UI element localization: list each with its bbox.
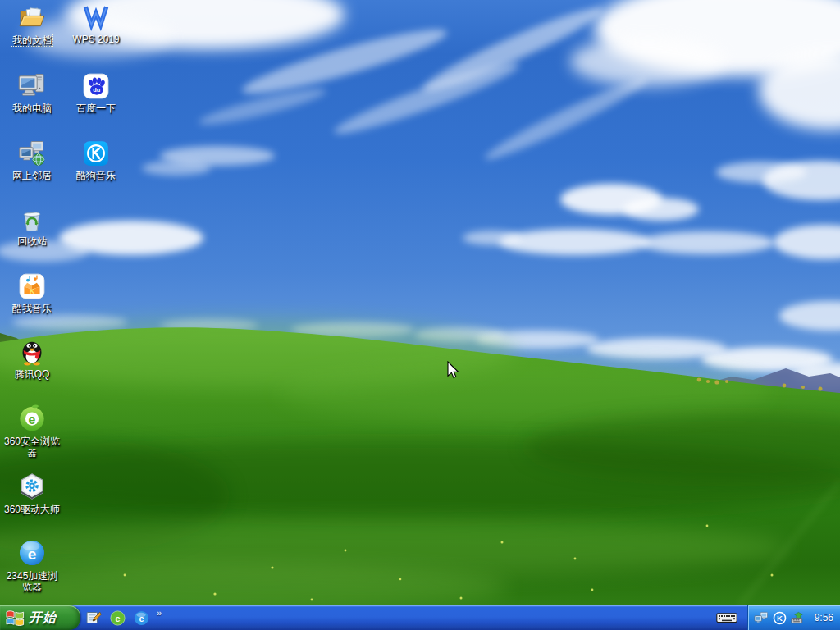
blue-globe-e-icon: e — [0, 536, 64, 568]
svg-text:e: e — [139, 613, 144, 623]
kugou-tray-icon[interactable]: K — [772, 610, 787, 625]
svg-text:K: K — [777, 614, 783, 623]
desktop-icon-2345-browser[interactable]: e 2345加速浏览器 — [0, 536, 64, 594]
icon-label: 酷狗音乐 — [75, 170, 117, 181]
system-tray: K 9:56 — [747, 605, 840, 630]
kuwo-music-box-icon: K — [0, 269, 64, 300]
windows-flag-icon — [6, 609, 25, 627]
desktop-icon-baidu[interactable]: du 百度一下 — [64, 69, 128, 115]
network-computers-globe-icon — [0, 136, 64, 167]
desktop-icon-my-computer[interactable]: 我的电脑 — [0, 69, 64, 115]
icon-label: 360驱动大师 — [2, 504, 62, 515]
desktop-icon-360-driver[interactable]: 360驱动大师 — [0, 470, 64, 516]
2345-browser-quicklaunch-icon[interactable]: e — [133, 609, 149, 626]
start-button[interactable]: 开始 — [0, 605, 80, 630]
desktop-icon-tencent-qq[interactable]: 腾讯QQ — [0, 335, 64, 381]
recycle-bin-icon — [0, 202, 64, 233]
360-browser-quicklaunch-icon[interactable]: e — [109, 609, 126, 626]
show-desktop-icon[interactable] — [85, 609, 102, 626]
icon-label: 酷我音乐 — [11, 303, 53, 314]
desktop: 我的文档 我的电脑 — [0, 0, 840, 605]
icon-label: 网上邻居 — [11, 170, 53, 181]
icon-label: 我的文档 — [11, 34, 53, 47]
hexagon-gear-icon — [0, 470, 64, 501]
baidu-paw-icon: du — [64, 69, 128, 100]
green-ring-e-icon: e — [0, 402, 64, 433]
icon-label: 回收站 — [16, 235, 48, 247]
desktop-icon-360-browser[interactable]: e 360安全浏览器 — [0, 402, 64, 459]
quick-launch-overflow-chevron[interactable]: » — [157, 608, 162, 618]
wps-w-icon — [64, 0, 128, 31]
desktop-icon-kuwo-music[interactable]: K 酷我音乐 — [0, 269, 64, 315]
desktop-icon-recycle-bin[interactable]: 回收站 — [0, 202, 64, 248]
desktop-icon-kugou[interactable]: 酷狗音乐 — [64, 136, 128, 182]
tray-clock[interactable]: 9:56 — [815, 612, 833, 623]
start-label: 开始 — [29, 609, 65, 627]
svg-text:du: du — [93, 86, 101, 94]
icon-label: 腾讯QQ — [13, 368, 52, 380]
input-method-keyboard-icon[interactable] — [712, 605, 742, 630]
desktop-icon-network-places[interactable]: 网上邻居 — [0, 136, 64, 182]
computer-icon — [0, 69, 64, 100]
icon-label: WPS 2019 — [71, 34, 121, 45]
taskbar: 开始 e e » — [0, 605, 840, 630]
icon-label: 我的电脑 — [11, 103, 53, 114]
icon-label: 360安全浏览器 — [0, 436, 64, 459]
svg-text:e: e — [28, 546, 37, 563]
icon-label: 百度一下 — [75, 103, 117, 114]
svg-text:e: e — [115, 613, 120, 623]
desktop-icon-wps-2019[interactable]: WPS 2019 — [64, 0, 128, 46]
network-status-icon[interactable] — [754, 610, 769, 625]
qq-penguin-icon — [0, 335, 64, 366]
hardware-driver-tray-icon[interactable] — [790, 610, 805, 625]
kugou-k-circle-icon — [64, 136, 128, 167]
svg-text:K: K — [30, 287, 35, 295]
icon-label: 2345加速浏览器 — [0, 570, 64, 593]
svg-text:e: e — [29, 413, 36, 427]
folder-documents-icon — [0, 0, 64, 31]
quick-launch-bar: e e » — [85, 605, 162, 630]
desktop-icon-my-documents[interactable]: 我的文档 — [0, 0, 64, 47]
